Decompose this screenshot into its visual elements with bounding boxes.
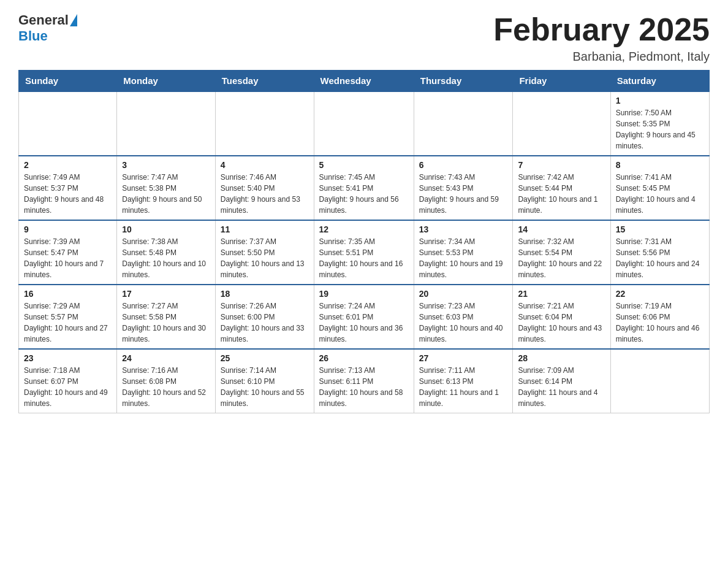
day-info: Sunrise: 7:46 AM Sunset: 5:40 PM Dayligh… [221,172,309,216]
calendar-cell: 26Sunrise: 7:13 AM Sunset: 6:11 PM Dayli… [314,349,414,413]
calendar-cell: 12Sunrise: 7:35 AM Sunset: 5:51 PM Dayli… [314,220,414,285]
calendar-cell: 6Sunrise: 7:43 AM Sunset: 5:43 PM Daylig… [414,156,513,220]
day-info: Sunrise: 7:43 AM Sunset: 5:43 PM Dayligh… [419,172,508,216]
day-info: Sunrise: 7:49 AM Sunset: 5:37 PM Dayligh… [24,172,112,216]
calendar-cell [19,91,117,156]
day-info: Sunrise: 7:27 AM Sunset: 5:58 PM Dayligh… [122,301,210,345]
day-header-tuesday: Tuesday [215,71,314,92]
calendar-cell [513,91,610,156]
day-number: 7 [518,160,605,170]
day-info: Sunrise: 7:23 AM Sunset: 6:03 PM Dayligh… [419,301,508,345]
calendar-cell: 5Sunrise: 7:45 AM Sunset: 5:41 PM Daylig… [314,156,414,220]
day-info: Sunrise: 7:38 AM Sunset: 5:48 PM Dayligh… [122,236,210,280]
day-number: 27 [419,353,508,363]
calendar-cell [314,91,414,156]
day-number: 13 [419,224,508,234]
day-info: Sunrise: 7:29 AM Sunset: 5:57 PM Dayligh… [24,301,112,345]
month-title: February 2025 [493,12,710,47]
title-block: February 2025 Barbania, Piedmont, Italy [493,12,710,64]
day-header-saturday: Saturday [610,71,709,92]
calendar-cell [414,91,513,156]
calendar-cell: 7Sunrise: 7:42 AM Sunset: 5:44 PM Daylig… [513,156,610,220]
day-number: 26 [319,353,409,363]
day-number: 15 [616,224,704,234]
day-info: Sunrise: 7:11 AM Sunset: 6:13 PM Dayligh… [419,365,508,409]
day-header-wednesday: Wednesday [314,71,414,92]
day-info: Sunrise: 7:26 AM Sunset: 6:00 PM Dayligh… [221,301,309,345]
day-number: 17 [122,289,210,299]
day-info: Sunrise: 7:09 AM Sunset: 6:14 PM Dayligh… [518,365,605,409]
day-info: Sunrise: 7:21 AM Sunset: 6:04 PM Dayligh… [518,301,605,345]
calendar-header-row: SundayMondayTuesdayWednesdayThursdayFrid… [19,71,710,92]
day-number: 22 [616,289,704,299]
day-info: Sunrise: 7:41 AM Sunset: 5:45 PM Dayligh… [616,172,704,216]
week-row-5: 23Sunrise: 7:18 AM Sunset: 6:07 PM Dayli… [19,349,710,413]
calendar-cell: 20Sunrise: 7:23 AM Sunset: 6:03 PM Dayli… [414,285,513,349]
day-info: Sunrise: 7:14 AM Sunset: 6:10 PM Dayligh… [221,365,309,409]
day-info: Sunrise: 7:35 AM Sunset: 5:51 PM Dayligh… [319,236,409,280]
calendar-cell: 24Sunrise: 7:16 AM Sunset: 6:08 PM Dayli… [117,349,216,413]
calendar-cell [215,91,314,156]
calendar-cell: 13Sunrise: 7:34 AM Sunset: 5:53 PM Dayli… [414,220,513,285]
day-info: Sunrise: 7:32 AM Sunset: 5:54 PM Dayligh… [518,236,605,280]
day-info: Sunrise: 7:47 AM Sunset: 5:38 PM Dayligh… [122,172,210,216]
day-number: 5 [319,160,409,170]
day-number: 23 [24,353,112,363]
day-number: 9 [24,224,112,234]
week-row-1: 1Sunrise: 7:50 AM Sunset: 5:35 PM Daylig… [19,91,710,156]
calendar-cell [117,91,216,156]
day-number: 25 [221,353,309,363]
day-number: 24 [122,353,210,363]
day-info: Sunrise: 7:42 AM Sunset: 5:44 PM Dayligh… [518,172,605,216]
day-number: 3 [122,160,210,170]
day-number: 8 [616,160,704,170]
day-number: 11 [221,224,309,234]
day-number: 14 [518,224,605,234]
page-header: General Blue February 2025 Barbania, Pie… [18,12,710,64]
day-header-friday: Friday [513,71,610,92]
calendar-cell: 9Sunrise: 7:39 AM Sunset: 5:47 PM Daylig… [19,220,117,285]
calendar-cell: 16Sunrise: 7:29 AM Sunset: 5:57 PM Dayli… [19,285,117,349]
calendar-cell: 21Sunrise: 7:21 AM Sunset: 6:04 PM Dayli… [513,285,610,349]
calendar-cell: 14Sunrise: 7:32 AM Sunset: 5:54 PM Dayli… [513,220,610,285]
calendar-table: SundayMondayTuesdayWednesdayThursdayFrid… [18,70,710,413]
week-row-4: 16Sunrise: 7:29 AM Sunset: 5:57 PM Dayli… [19,285,710,349]
day-header-sunday: Sunday [19,71,117,92]
calendar-cell: 11Sunrise: 7:37 AM Sunset: 5:50 PM Dayli… [215,220,314,285]
day-number: 28 [518,353,605,363]
day-number: 12 [319,224,409,234]
calendar-cell: 22Sunrise: 7:19 AM Sunset: 6:06 PM Dayli… [610,285,709,349]
logo-blue-text: Blue [18,28,48,44]
day-number: 20 [419,289,508,299]
calendar-cell: 23Sunrise: 7:18 AM Sunset: 6:07 PM Dayli… [19,349,117,413]
calendar-cell [610,349,709,413]
day-header-monday: Monday [117,71,216,92]
day-info: Sunrise: 7:39 AM Sunset: 5:47 PM Dayligh… [24,236,112,280]
day-info: Sunrise: 7:45 AM Sunset: 5:41 PM Dayligh… [319,172,409,216]
calendar-cell: 10Sunrise: 7:38 AM Sunset: 5:48 PM Dayli… [117,220,216,285]
day-info: Sunrise: 7:37 AM Sunset: 5:50 PM Dayligh… [221,236,309,280]
calendar-cell: 17Sunrise: 7:27 AM Sunset: 5:58 PM Dayli… [117,285,216,349]
logo-triangle-icon [70,14,77,26]
logo-general-text: General [18,12,69,28]
calendar-cell: 27Sunrise: 7:11 AM Sunset: 6:13 PM Dayli… [414,349,513,413]
calendar-cell: 19Sunrise: 7:24 AM Sunset: 6:01 PM Dayli… [314,285,414,349]
day-info: Sunrise: 7:31 AM Sunset: 5:56 PM Dayligh… [616,236,704,280]
day-info: Sunrise: 7:13 AM Sunset: 6:11 PM Dayligh… [319,365,409,409]
calendar-cell: 15Sunrise: 7:31 AM Sunset: 5:56 PM Dayli… [610,220,709,285]
day-info: Sunrise: 7:24 AM Sunset: 6:01 PM Dayligh… [319,301,409,345]
day-info: Sunrise: 7:50 AM Sunset: 5:35 PM Dayligh… [616,107,704,151]
day-number: 1 [616,96,704,105]
day-number: 19 [319,289,409,299]
calendar-cell: 25Sunrise: 7:14 AM Sunset: 6:10 PM Dayli… [215,349,314,413]
logo: General Blue [18,12,78,44]
calendar-cell: 4Sunrise: 7:46 AM Sunset: 5:40 PM Daylig… [215,156,314,220]
day-number: 2 [24,160,112,170]
calendar-cell: 1Sunrise: 7:50 AM Sunset: 5:35 PM Daylig… [610,91,709,156]
day-info: Sunrise: 7:19 AM Sunset: 6:06 PM Dayligh… [616,301,704,345]
day-number: 16 [24,289,112,299]
day-number: 4 [221,160,309,170]
day-number: 18 [221,289,309,299]
day-info: Sunrise: 7:18 AM Sunset: 6:07 PM Dayligh… [24,365,112,409]
calendar-cell: 3Sunrise: 7:47 AM Sunset: 5:38 PM Daylig… [117,156,216,220]
